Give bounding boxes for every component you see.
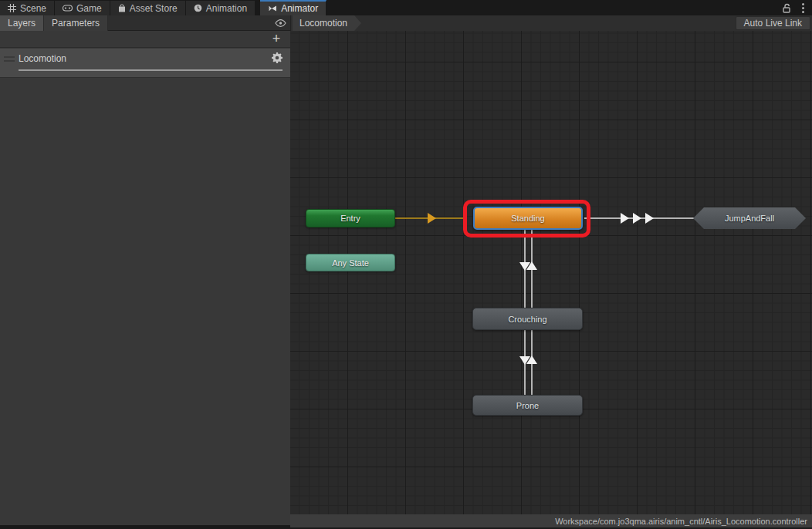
shopping-bag-icon — [118, 4, 126, 12]
node-entry[interactable]: Entry — [306, 209, 395, 227]
tab-game[interactable]: Game — [55, 1, 110, 15]
unlock-icon[interactable] — [783, 3, 791, 13]
eye-icon[interactable] — [275, 15, 286, 31]
tab-game-label: Game — [76, 3, 102, 14]
scene-grid-icon — [8, 4, 16, 12]
gamepad-icon — [63, 5, 73, 12]
kebab-menu-icon[interactable] — [800, 2, 806, 15]
tab-scene-label: Scene — [20, 3, 46, 14]
node-any-state[interactable]: Any State — [306, 254, 395, 271]
unity-animator-window: Scene Game Asset Store Animation Animat — [0, 0, 812, 529]
breadcrumb-label: Locomotion — [299, 18, 347, 29]
layer-name: Locomotion — [19, 53, 66, 64]
tab-layers-label: Layers — [8, 18, 36, 29]
tabbar-right-controls — [783, 0, 812, 15]
layers-panel: + Locomotion — [0, 31, 290, 525]
graph-toolbar: Locomotion Auto Live Link — [290, 15, 812, 31]
transition-arrow-right-icon — [428, 213, 436, 224]
layer-list-header: + — [0, 31, 290, 48]
toolbar-row: Layers Parameters Locomotion Auto Live L… — [0, 15, 812, 31]
status-bar: Workspace/com.jo3qma.airis/anim_cntl/Air… — [290, 514, 812, 527]
animator-icon — [268, 5, 277, 12]
tab-parameters-label: Parameters — [52, 18, 100, 29]
tab-animator-label: Animator — [281, 3, 318, 14]
node-crouching-label: Crouching — [508, 315, 546, 324]
auto-live-link-button[interactable]: Auto Live Link — [736, 16, 810, 30]
transition-arrow-right-icon — [645, 213, 654, 224]
node-any-state-label: Any State — [332, 258, 369, 268]
tab-parameters[interactable]: Parameters — [44, 15, 108, 31]
node-standing-label: Standing — [511, 214, 544, 223]
state-machine-canvas[interactable]: Entry Any State Standing Crouching Prone… — [290, 31, 812, 527]
auto-live-link-label: Auto Live Link — [744, 18, 802, 29]
tab-animation[interactable]: Animation — [186, 1, 255, 15]
add-layer-button[interactable]: + — [269, 31, 284, 46]
controller-path: Workspace/com.jo3qma.airis/anim_cntl/Air… — [555, 517, 807, 526]
tab-asset-store-label: Asset Store — [130, 3, 178, 14]
node-entry-label: Entry — [340, 214, 360, 223]
tab-layers[interactable]: Layers — [0, 15, 44, 31]
gear-icon[interactable] — [272, 52, 283, 63]
node-jumpandfall-label: JumpAndFall — [725, 214, 774, 223]
node-prone[interactable]: Prone — [472, 395, 583, 416]
node-jumpandfall[interactable]: JumpAndFall — [693, 207, 806, 229]
node-crouching[interactable]: Crouching — [472, 308, 583, 330]
left-panel-tabs: Layers Parameters — [0, 15, 290, 31]
layer-weight-slider[interactable] — [19, 69, 283, 71]
transition-arrow-right-icon — [633, 213, 641, 224]
transition-arrow-up-icon — [526, 355, 537, 364]
node-prone-label: Prone — [516, 401, 539, 410]
tab-asset-store[interactable]: Asset Store — [110, 1, 186, 15]
document-tabbar: Scene Game Asset Store Animation Animat — [0, 0, 812, 15]
transition-arrow-up-icon — [526, 261, 537, 270]
breadcrumb[interactable]: Locomotion — [293, 15, 361, 31]
tab-animation-label: Animation — [206, 3, 247, 14]
tab-animator[interactable]: Animator — [260, 0, 326, 15]
clock-icon — [194, 4, 202, 12]
transition-arrow-right-icon — [621, 213, 629, 224]
drag-handle-icon[interactable] — [4, 56, 15, 64]
layer-item-locomotion[interactable]: Locomotion — [0, 49, 290, 78]
node-standing[interactable]: Standing — [473, 207, 583, 230]
tab-scene[interactable]: Scene — [0, 1, 55, 15]
